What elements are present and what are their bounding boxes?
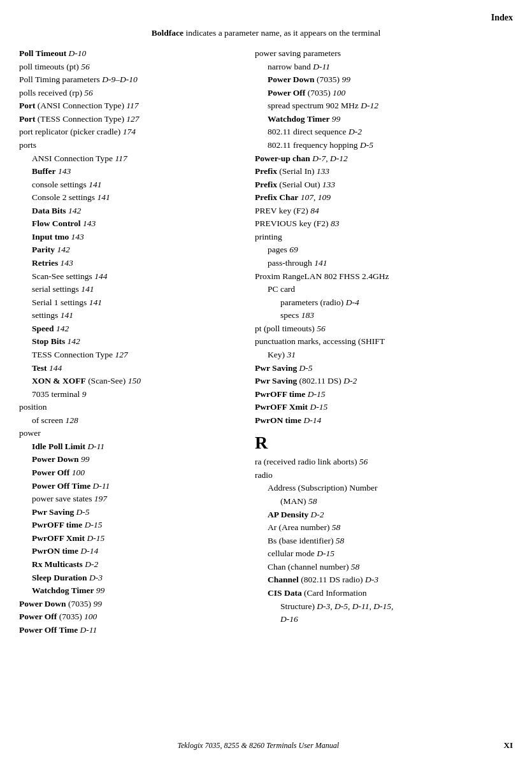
index-entry: Idle Poll Limit D-11 xyxy=(19,440,236,453)
index-entry: Structure) D-3, D-5, D-11, D-15, xyxy=(255,600,513,613)
index-entry: Poll Timeout D-10 xyxy=(19,47,236,60)
index-entry: PREVIOUS key (F2) 83 xyxy=(255,217,513,230)
index-entry: console settings 141 xyxy=(19,178,236,191)
index-entry: narrow band D-11 xyxy=(255,61,513,73)
index-entry: PwrON time D-14 xyxy=(255,414,513,427)
index-entry: power xyxy=(19,427,236,440)
index-entry: punctuation marks, accessing (SHIFT xyxy=(255,335,513,348)
index-entry: Prefix (Serial Out) 133 xyxy=(255,178,513,191)
index-entry: ports xyxy=(19,139,236,152)
index-entry: Prefix (Serial In) 133 xyxy=(255,165,513,178)
index-entry: Power-up chan D-7, D-12 xyxy=(255,152,513,165)
index-entry: Parity 142 xyxy=(19,243,236,256)
page-footer: Teklogix 7035, 8255 & 8260 Terminals Use… xyxy=(0,740,532,751)
index-entry: Channel (802.11 DS radio) D-3 xyxy=(255,573,513,586)
index-entry: PwrOFF time D-15 xyxy=(255,388,513,401)
index-entry: pages 69 xyxy=(255,243,513,256)
index-entry: poll timeouts (pt) 56 xyxy=(19,61,236,73)
index-entry: Power Off Time D-11 xyxy=(19,624,236,636)
index-entry: PwrOFF time D-15 xyxy=(19,519,236,531)
index-entry: PwrOFF Xmit D-15 xyxy=(255,401,513,413)
index-entry: TESS Connection Type 127 xyxy=(19,349,236,361)
index-entry: Watchdog Timer 99 xyxy=(19,584,236,597)
right-column: power saving parametersnarrow band D-11P… xyxy=(255,47,513,626)
index-entry: spread spectrum 902 MHz D-12 xyxy=(255,99,513,112)
index-entry: Test 144 xyxy=(19,362,236,375)
index-entry: Power Off (7035) 100 xyxy=(255,87,513,99)
index-entry: Buffer 143 xyxy=(19,165,236,178)
index-entry: polls received (rp) 56 xyxy=(19,87,236,99)
index-entry: Retries 143 xyxy=(19,257,236,270)
index-entry: PC card xyxy=(255,283,513,296)
index-entry: Console 2 settings 141 xyxy=(19,191,236,204)
index-entry: Power Down 99 xyxy=(19,453,236,466)
index-entry: cellular mode D-15 xyxy=(255,547,513,560)
index-entry: CIS Data (Card Information xyxy=(255,587,513,600)
index-entry: position xyxy=(19,401,236,413)
index-entry: port replicator (picker cradle) 174 xyxy=(19,126,236,138)
index-entry: Speed 142 xyxy=(19,322,236,335)
index-entry: specs 183 xyxy=(255,309,513,322)
index-entry: Serial 1 settings 141 xyxy=(19,296,236,309)
index-entry: Ar (Area number) 58 xyxy=(255,521,513,534)
index-entry: Key) 31 xyxy=(255,349,513,361)
left-column: Poll Timeout D-10poll timeouts (pt) 56Po… xyxy=(19,47,236,636)
index-entry: 802.11 direct sequence D-2 xyxy=(255,126,513,138)
index-entry: Proxim RangeLAN 802 FHSS 2.4GHz xyxy=(255,270,513,283)
index-entry: printing xyxy=(255,231,513,243)
index-entry: PREV key (F2) 84 xyxy=(255,205,513,217)
index-entry: ANSI Connection Type 117 xyxy=(19,152,236,165)
index-entry: Watchdog Timer 99 xyxy=(255,113,513,126)
subtitle: Boldface indicates a parameter name, as … xyxy=(19,28,513,38)
index-entry: Power Off Time D-11 xyxy=(19,480,236,492)
page-header: Index xyxy=(19,13,513,23)
index-entry: Poll Timing parameters D-9–D-10 xyxy=(19,73,236,86)
index-entry: AP Density D-2 xyxy=(255,508,513,521)
index-entry: Stop Bits 142 xyxy=(19,335,236,348)
index-entry: Data Bits 142 xyxy=(19,205,236,217)
index-entry: Bs (base identifier) 58 xyxy=(255,535,513,547)
index-entry: Power Off 100 xyxy=(19,466,236,479)
index-entry: settings 141 xyxy=(19,309,236,322)
index-entry: (MAN) 58 xyxy=(255,495,513,508)
index-entry: D-16 xyxy=(255,613,513,626)
index-entry: of screen 128 xyxy=(19,414,236,427)
index-entry: pt (poll timeouts) 56 xyxy=(255,322,513,335)
section-letter: R xyxy=(255,433,513,453)
index-entry: ra (received radio link aborts) 56 xyxy=(255,456,513,468)
index-entry: Sleep Duration D-3 xyxy=(19,572,236,584)
index-entry: Prefix Char 107, 109 xyxy=(255,191,513,204)
index-entry: Input tmo 143 xyxy=(19,231,236,243)
index-entry: XON & XOFF (Scan-See) 150 xyxy=(19,375,236,387)
index-entry: Rx Multicasts D-2 xyxy=(19,558,236,571)
index-entry: Power Down (7035) 99 xyxy=(19,598,236,610)
index-entry: Power Down (7035) 99 xyxy=(255,73,513,86)
index-entry: 7035 terminal 9 xyxy=(19,388,236,401)
index-entry: parameters (radio) D-4 xyxy=(255,296,513,309)
index-entry: Scan-See settings 144 xyxy=(19,270,236,283)
index-entry: Pwr Saving (802.11 DS) D-2 xyxy=(255,375,513,387)
index-entry: power saving parameters xyxy=(255,47,513,60)
index-entry: serial settings 141 xyxy=(19,283,236,296)
index-entry: pass-through 141 xyxy=(255,257,513,270)
index-entry: Flow Control 143 xyxy=(19,217,236,230)
index-entry: PwrOFF Xmit D-15 xyxy=(19,532,236,545)
index-entry: Pwr Saving D-5 xyxy=(19,506,236,519)
index-entry: Port (ANSI Connection Type) 117 xyxy=(19,99,236,112)
index-entry: Power Off (7035) 100 xyxy=(19,610,236,623)
index-entry: Chan (channel number) 58 xyxy=(255,561,513,573)
index-entry: Pwr Saving D-5 xyxy=(255,362,513,375)
index-entry: radio xyxy=(255,469,513,482)
index-entry: power save states 197 xyxy=(19,492,236,505)
index-entry: PwrON time D-14 xyxy=(19,545,236,557)
index-entry: Address (Subscription) Number xyxy=(255,482,513,494)
index-entry: 802.11 frequency hopping D-5 xyxy=(255,139,513,152)
index-entry: Port (TESS Connection Type) 127 xyxy=(19,113,236,126)
